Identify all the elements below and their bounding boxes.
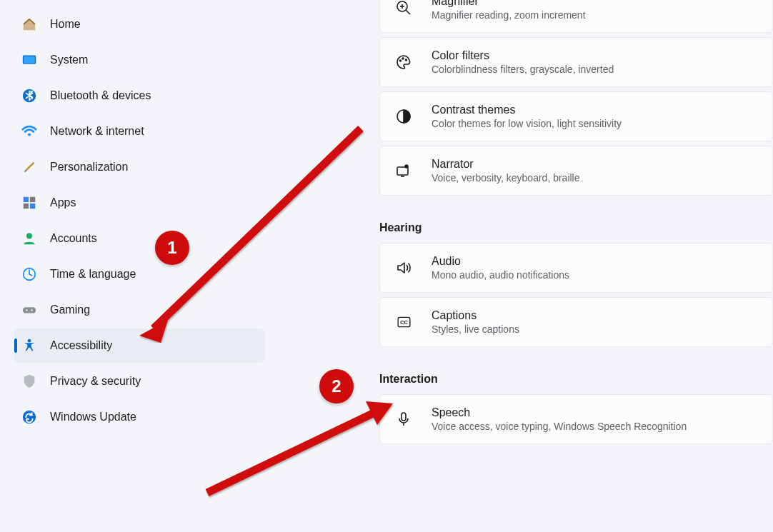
sidebar-item-network[interactable]: Network & internet [14,114,264,149]
shield-icon [21,373,37,389]
section-header-interaction: Interaction [375,351,773,394]
svg-point-20 [402,58,404,59]
sidebar-item-personalization[interactable]: Personalization [14,150,264,184]
gamepad-icon [21,302,37,318]
speaker-icon [394,259,413,277]
svg-rect-27 [402,413,406,421]
svg-point-12 [31,309,33,311]
magnifier-icon [394,0,413,17]
card-subtitle: Color themes for low vision, light sensi… [432,118,622,129]
svg-rect-5 [30,197,35,202]
svg-point-19 [400,60,402,61]
card-title: Narrator [432,158,580,171]
sidebar-item-label: Windows Update [50,411,253,423]
settings-card-narrator[interactable]: Narrator Voice, verbosity, keyboard, bra… [379,146,773,196]
settings-card-color-filters[interactable]: Color filters Colorblindness filters, gr… [379,37,773,87]
sidebar-item-bluetooth[interactable]: Bluetooth & devices [14,79,264,113]
person-icon [21,231,37,246]
card-title: Speech [432,406,687,419]
settings-card-contrast-themes[interactable]: Contrast themes Color themes for low vis… [379,91,773,141]
settings-card-magnifier[interactable]: Magnifier Magnifier reading, zoom increm… [379,0,773,33]
sidebar-item-gaming[interactable]: Gaming [14,293,264,327]
sidebar-item-label: Network & internet [50,125,253,138]
annotation-badge-1: 1 [155,231,189,265]
svg-point-13 [28,339,31,343]
microphone-icon [394,410,413,428]
card-title: Magnifier [432,0,586,8]
paintbrush-icon [21,159,37,175]
card-subtitle: Mono audio, audio notifications [432,269,569,281]
sidebar-item-label: Gaming [50,303,253,316]
svg-rect-7 [30,204,35,209]
sidebar-item-home[interactable]: Home [14,7,264,41]
svg-point-14 [23,411,36,423]
card-subtitle: Colorblindness filters, grayscale, inver… [432,64,614,75]
apps-icon [21,195,37,211]
clock-globe-icon [21,266,37,282]
svg-rect-1 [24,56,35,63]
sidebar-item-label: Time & language [50,268,253,281]
card-title: Contrast themes [432,104,622,116]
svg-point-8 [26,233,32,239]
sidebar-item-update[interactable]: Windows Update [14,400,264,434]
settings-sidebar: Home System Bluetooth & devices Network … [0,0,264,532]
sidebar-item-time-language[interactable]: Time & language [14,257,264,291]
card-subtitle: Voice access, voice typing, Windows Spee… [432,421,687,432]
section-header-hearing: Hearing [375,200,773,243]
sidebar-item-accounts[interactable]: Accounts [14,221,264,256]
settings-card-audio[interactable]: Audio Mono audio, audio notifications [379,243,773,293]
svg-point-24 [405,165,408,168]
update-icon [21,409,37,425]
settings-card-captions[interactable]: CC Captions Styles, live captions [379,297,773,347]
annotation-badge-label: 2 [331,376,341,396]
bluetooth-icon [21,88,37,104]
sidebar-item-label: Privacy & security [50,375,253,388]
sidebar-item-label: Accessibility [50,339,253,352]
narrator-icon [394,161,413,180]
svg-point-11 [26,309,27,311]
svg-point-21 [406,59,407,61]
svg-point-3 [28,134,31,136]
sidebar-item-label: Accounts [50,232,253,245]
accessibility-icon [21,338,37,353]
sidebar-item-label: Home [50,18,253,31]
sidebar-item-label: Bluetooth & devices [50,89,253,102]
settings-card-speech[interactable]: Speech Voice access, voice typing, Windo… [379,394,773,444]
sidebar-item-privacy[interactable]: Privacy & security [14,364,264,398]
svg-line-16 [406,10,410,14]
card-title: Color filters [432,49,614,62]
wifi-icon [21,124,37,139]
sidebar-item-accessibility[interactable]: Accessibility [14,328,264,363]
annotation-badge-2: 2 [319,369,354,403]
system-icon [21,52,37,68]
svg-rect-6 [24,204,29,209]
card-subtitle: Styles, live captions [432,323,519,335]
svg-text:CC: CC [400,319,408,326]
sidebar-item-label: Personalization [50,161,253,174]
card-subtitle: Voice, verbosity, keyboard, braille [432,172,580,184]
sidebar-item-system[interactable]: System [14,43,264,77]
settings-content: Magnifier Magnifier reading, zoom increm… [264,0,773,532]
svg-rect-10 [23,307,36,313]
sidebar-item-apps[interactable]: Apps [14,186,264,220]
captions-icon: CC [394,313,413,331]
sidebar-item-label: System [50,54,253,66]
card-title: Audio [432,255,569,268]
card-subtitle: Magnifier reading, zoom increment [432,9,586,21]
contrast-icon [394,107,413,126]
sidebar-item-label: Apps [50,196,253,209]
svg-rect-4 [24,197,29,202]
home-icon [21,16,37,32]
card-title: Captions [432,309,519,322]
annotation-badge-label: 1 [167,238,176,258]
palette-icon [394,53,413,71]
